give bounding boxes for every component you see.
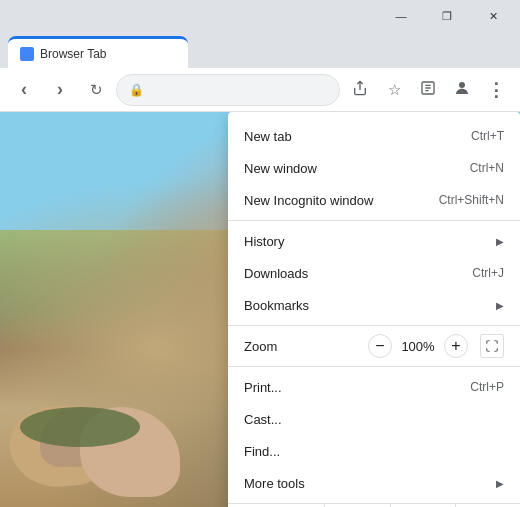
lock-icon: 🔒 [129,83,144,97]
share-icon [352,80,368,99]
share-button[interactable] [344,74,376,106]
menu-item-downloads[interactable]: Downloads Ctrl+J [228,257,520,289]
cut-button[interactable]: Cut [324,504,389,508]
title-bar: — ❐ ✕ [0,0,520,32]
toolbar: ‹ › ↻ 🔒 ☆ [0,68,520,112]
profile-button[interactable] [446,74,478,106]
back-button[interactable]: ‹ [8,74,40,106]
zoom-row: Zoom − 100% + [228,330,520,362]
zoom-out-button[interactable]: − [368,334,392,358]
omnibox[interactable]: 🔒 [116,74,340,106]
more-tools-arrow-icon: ▶ [496,478,504,489]
menu-item-bookmarks[interactable]: Bookmarks ▶ [228,289,520,321]
minimize-button[interactable]: — [378,0,424,32]
menu-section-new: New tab Ctrl+T New window Ctrl+N New Inc… [228,116,520,221]
menu-item-print[interactable]: Print... Ctrl+P [228,371,520,403]
active-tab[interactable]: Browser Tab [8,36,188,68]
svg-point-1 [459,82,465,88]
bookmark-icon: ☆ [388,81,401,99]
profile-icon [453,79,471,100]
menu-icon: ⋮ [487,79,505,101]
menu-section-history: History ▶ Downloads Ctrl+J Bookmarks ▶ [228,221,520,326]
menu-item-more-tools[interactable]: More tools ▶ [228,467,520,499]
tab-favicon [20,47,34,61]
menu-section-tools: Print... Ctrl+P Cast... Find... More too… [228,367,520,504]
copy-button[interactable]: Copy [390,504,455,508]
menu-section-zoom: Zoom − 100% + [228,326,520,367]
reader-mode-icon [420,80,436,99]
browser-window: — ❐ ✕ Browser Tab ‹ › ↻ 🔒 [0,0,520,507]
menu-button[interactable]: ⋮ [480,74,512,106]
tab-title: Browser Tab [40,47,176,61]
page-content: New tab Ctrl+T New window Ctrl+N New Inc… [0,112,520,507]
tab-bar: Browser Tab [0,32,520,68]
menu-item-find[interactable]: Find... [228,435,520,467]
history-arrow-icon: ▶ [496,236,504,247]
toolbar-actions: ☆ ⋮ [344,74,512,106]
bookmarks-arrow-icon: ▶ [496,300,504,311]
forward-button[interactable]: › [44,74,76,106]
close-button[interactable]: ✕ [470,0,516,32]
menu-item-cast[interactable]: Cast... [228,403,520,435]
menu-item-history[interactable]: History ▶ [228,225,520,257]
zoom-controls: − 100% + [368,334,504,358]
menu-item-new-window[interactable]: New window Ctrl+N [228,152,520,184]
reader-mode-button[interactable] [412,74,444,106]
back-icon: ‹ [21,79,27,100]
chrome-menu: New tab Ctrl+T New window Ctrl+N New Inc… [228,112,520,507]
maximize-button[interactable]: ❐ [424,0,470,32]
menu-item-new-tab[interactable]: New tab Ctrl+T [228,120,520,152]
zoom-value: 100% [400,339,436,354]
refresh-icon: ↻ [90,81,103,99]
paste-button[interactable]: Paste [455,504,520,508]
vegetation [20,407,140,447]
forward-icon: › [57,79,63,100]
bookmark-button[interactable]: ☆ [378,74,410,106]
fullscreen-button[interactable] [480,334,504,358]
zoom-in-button[interactable]: + [444,334,468,358]
menu-item-incognito[interactable]: New Incognito window Ctrl+Shift+N [228,184,520,216]
refresh-button[interactable]: ↻ [80,74,112,106]
